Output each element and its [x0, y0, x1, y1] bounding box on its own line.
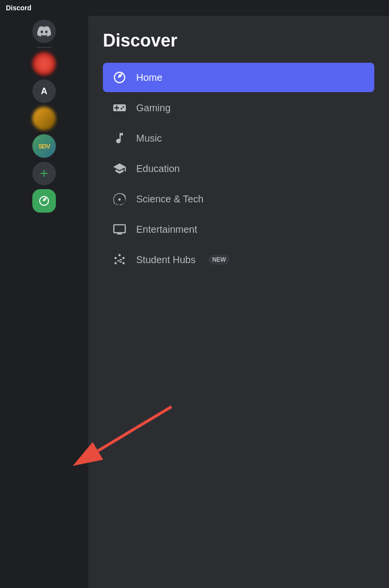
- add-server-button[interactable]: +: [32, 162, 56, 185]
- nav-item-gaming[interactable]: Gaming: [103, 93, 374, 122]
- discover-nav: Home Gaming: [103, 63, 374, 274]
- server-icon-blurred-1[interactable]: [32, 52, 56, 75]
- server-icon-a[interactable]: A: [32, 79, 56, 103]
- new-badge: NEW: [208, 255, 230, 265]
- science-label: Science & Tech: [136, 194, 204, 205]
- nav-item-home[interactable]: Home: [103, 63, 374, 92]
- student-hubs-label: Student Hubs: [136, 254, 195, 266]
- home-compass-icon: [112, 70, 127, 85]
- server-icon-blurred-2[interactable]: [32, 107, 56, 130]
- server-letter: A: [41, 86, 48, 97]
- education-label: Education: [136, 163, 180, 174]
- app-title: Discord: [6, 4, 31, 12]
- title-bar: Discord: [0, 0, 389, 16]
- discover-title: Discover: [103, 30, 374, 51]
- server-icon-sdv[interactable]: SDV: [32, 134, 56, 158]
- gaming-label: Gaming: [136, 102, 170, 114]
- graduation-icon: [112, 161, 127, 176]
- sidebar-divider: [36, 47, 52, 48]
- music-icon: [112, 130, 127, 146]
- discord-icon: [37, 24, 51, 38]
- entertainment-label: Entertainment: [136, 224, 197, 235]
- sdv-label: SDV: [38, 143, 50, 150]
- hub-icon: [112, 252, 127, 268]
- nav-item-music[interactable]: Music: [103, 123, 374, 153]
- explore-compass-icon: [38, 195, 50, 207]
- add-icon: +: [40, 166, 49, 181]
- tv-icon: [112, 221, 127, 237]
- nav-item-education[interactable]: Education: [103, 154, 374, 183]
- nav-item-entertainment[interactable]: Entertainment: [103, 215, 374, 244]
- atom-icon: [112, 191, 127, 207]
- discover-content: Discover Home: [88, 16, 389, 588]
- server-sidebar: A SDV +: [0, 16, 88, 588]
- nav-item-science[interactable]: Science & Tech: [103, 184, 374, 214]
- music-label: Music: [136, 133, 162, 144]
- explore-button[interactable]: [32, 189, 56, 213]
- home-label: Home: [136, 72, 162, 83]
- nav-item-student-hubs[interactable]: Student Hubs NEW: [103, 245, 374, 274]
- discord-home-button[interactable]: [32, 20, 56, 43]
- gamepad-icon: [112, 100, 127, 116]
